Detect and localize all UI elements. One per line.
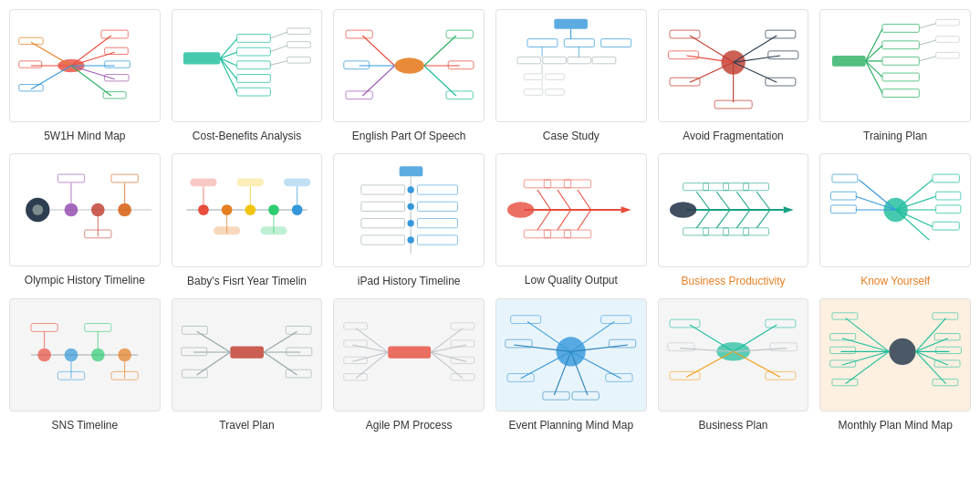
- svg-rect-122: [260, 227, 287, 235]
- svg-point-113: [292, 204, 303, 215]
- card-agile-pm-process[interactable]: Agile PM Process: [333, 298, 485, 432]
- card-business-plan[interactable]: Business Plan: [658, 298, 809, 432]
- svg-rect-9: [101, 30, 128, 38]
- svg-point-155: [670, 203, 696, 219]
- svg-rect-12: [105, 75, 129, 81]
- svg-rect-73: [668, 51, 698, 59]
- card-travel-plan[interactable]: Travel Plan: [172, 298, 323, 432]
- svg-rect-87: [881, 57, 918, 66]
- card-cost-benefits-analysis[interactable]: Cost-Benefits Analysis: [172, 9, 323, 142]
- svg-rect-11: [105, 61, 130, 68]
- svg-line-254: [733, 351, 779, 377]
- svg-line-173: [895, 180, 932, 210]
- svg-line-91: [919, 40, 935, 45]
- card-label-ipad-history-timeline: iPad History Timeline: [358, 275, 461, 287]
- svg-rect-167: [743, 183, 768, 191]
- svg-rect-33: [287, 57, 310, 64]
- svg-rect-148: [544, 180, 570, 188]
- card-5w1h-mind-map[interactable]: 5W1H Mind Map: [9, 9, 161, 142]
- card-image-olympic-history-timeline: [9, 153, 161, 266]
- svg-rect-278: [934, 333, 960, 339]
- svg-rect-79: [831, 56, 865, 67]
- svg-rect-123: [284, 179, 310, 187]
- svg-rect-95: [935, 52, 959, 58]
- svg-rect-124: [399, 167, 422, 177]
- card-image-case-study: [495, 9, 647, 122]
- svg-rect-76: [768, 51, 798, 59]
- card-image-business-plan: [658, 298, 809, 411]
- card-image-cost-benefits-analysis: [172, 9, 323, 122]
- card-training-plan[interactable]: Training Plan: [819, 9, 971, 142]
- svg-point-127: [407, 203, 413, 210]
- svg-rect-15: [19, 61, 42, 68]
- card-label-training-plan: Training Plan: [863, 130, 927, 142]
- svg-line-29: [270, 46, 287, 52]
- svg-rect-107: [111, 174, 138, 182]
- card-monthly-plan-mind-map[interactable]: Monthly Plan Mind Map: [819, 298, 971, 432]
- svg-rect-93: [935, 20, 959, 26]
- svg-rect-240: [511, 315, 541, 323]
- svg-rect-88: [881, 73, 918, 81]
- card-english-part-of-speech[interactable]: English Part Of Speech: [333, 9, 485, 142]
- svg-line-30: [270, 61, 287, 65]
- svg-rect-32: [287, 42, 310, 48]
- svg-rect-212: [287, 348, 312, 356]
- svg-rect-181: [933, 174, 959, 182]
- svg-rect-255: [670, 319, 700, 328]
- svg-point-261: [889, 338, 915, 364]
- svg-rect-136: [360, 219, 404, 228]
- card-label-5w1h-mind-map: 5W1H Mind Map: [44, 130, 125, 142]
- card-label-babys-first-year-timeline: Baby's Fisrt Year Timelin: [187, 275, 307, 287]
- svg-rect-60: [546, 74, 565, 80]
- card-label-event-planning-mind-map: Event Planning Mind Map: [508, 419, 633, 432]
- svg-line-68: [733, 36, 777, 62]
- svg-rect-86: [881, 41, 918, 49]
- svg-line-141: [537, 190, 551, 210]
- svg-line-158: [736, 193, 750, 211]
- svg-rect-24: [236, 47, 270, 56]
- card-low-quality-output[interactable]: Low Quality Output: [495, 153, 647, 286]
- card-ipad-history-timeline[interactable]: iPad History Timeline: [333, 153, 485, 286]
- svg-rect-164: [683, 183, 708, 191]
- svg-rect-17: [183, 52, 220, 64]
- svg-rect-131: [417, 203, 457, 212]
- svg-line-84: [865, 61, 881, 93]
- card-avoid-fragmentation[interactable]: Avoid Fragmentation: [658, 9, 809, 142]
- card-label-english-part-of-speech: English Part Of Speech: [352, 130, 466, 142]
- svg-rect-201: [230, 346, 264, 358]
- card-sns-timeline[interactable]: SNS Timeline: [9, 298, 161, 432]
- svg-rect-16: [19, 85, 43, 91]
- svg-rect-121: [236, 179, 263, 187]
- card-olympic-history-timeline[interactable]: Olympic History Timeline: [9, 153, 161, 286]
- svg-point-126: [407, 187, 413, 193]
- svg-rect-31: [287, 28, 310, 35]
- svg-rect-14: [19, 37, 43, 44]
- card-babys-first-year-timeline[interactable]: Baby's Fisrt Year Timelin: [172, 153, 323, 286]
- svg-rect-94: [935, 36, 959, 43]
- svg-marker-139: [621, 207, 631, 214]
- svg-rect-186: [830, 193, 856, 201]
- svg-rect-149: [564, 180, 590, 188]
- svg-rect-185: [831, 174, 857, 182]
- svg-point-110: [222, 204, 233, 215]
- svg-line-92: [919, 57, 935, 61]
- svg-point-34: [394, 57, 423, 74]
- card-image-travel-plan: [172, 298, 323, 411]
- svg-rect-166: [723, 183, 748, 191]
- card-label-case-study: Case Study: [543, 130, 599, 142]
- svg-line-163: [756, 210, 770, 228]
- svg-rect-44: [446, 30, 473, 38]
- svg-line-159: [756, 193, 770, 211]
- card-know-yourself[interactable]: Know Yourself: [819, 153, 971, 286]
- card-label-avoid-fragmentation: Avoid Fragmentation: [683, 130, 784, 142]
- card-image-english-part-of-speech: [333, 9, 485, 122]
- svg-rect-244: [601, 315, 631, 323]
- svg-rect-271: [831, 379, 857, 385]
- card-event-planning-mind-map[interactable]: Event Planning Mind Map: [495, 298, 647, 432]
- svg-rect-150: [524, 230, 550, 238]
- card-business-productivity[interactable]: Business Productivity: [658, 153, 809, 286]
- svg-line-6: [31, 42, 71, 66]
- svg-rect-119: [190, 179, 216, 187]
- card-case-study[interactable]: Case Study: [495, 9, 647, 142]
- svg-rect-259: [770, 342, 797, 350]
